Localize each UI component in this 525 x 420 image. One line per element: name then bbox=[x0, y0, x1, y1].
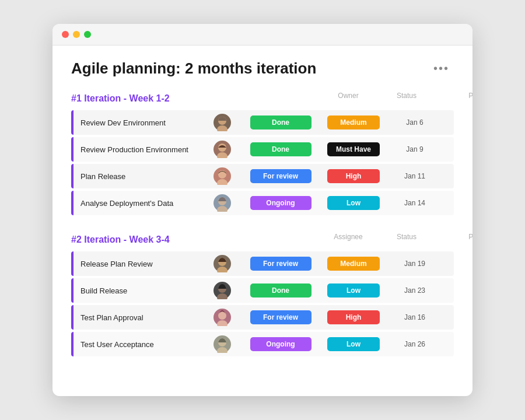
page-header: Agile planning: 2 months iteration ••• bbox=[71, 60, 454, 78]
task-status[interactable]: For review bbox=[243, 169, 318, 183]
task-name: Plan Release bbox=[74, 172, 202, 181]
svg-point-9 bbox=[218, 170, 226, 178]
col-status-header: Status bbox=[369, 233, 444, 246]
page-title: Agile planning: 2 months iteration bbox=[71, 60, 316, 78]
task-priority[interactable]: Medium bbox=[318, 257, 388, 271]
avatar bbox=[202, 255, 243, 272]
task-row[interactable]: Review Production Environment DoneMust H… bbox=[71, 137, 454, 162]
task-status[interactable]: Ongoing bbox=[243, 196, 318, 210]
task-row[interactable]: Review Dev Environment DoneMediumJan 6 bbox=[71, 110, 454, 135]
task-deadline: Jan 11 bbox=[388, 172, 441, 180]
avatar bbox=[202, 114, 243, 131]
task-name: Review Production Environment bbox=[74, 145, 202, 154]
task-status[interactable]: Done bbox=[243, 116, 318, 130]
task-name: Release Plan Review bbox=[74, 260, 202, 268]
task-deadline: Jan 14 bbox=[388, 199, 441, 207]
task-name: Test Plan Approval bbox=[74, 313, 202, 322]
section-1: #1 Iteration - Week 1-2OwnerStatusPriori… bbox=[71, 90, 454, 215]
task-deadline: Jan 26 bbox=[388, 340, 441, 348]
col-priority-header: Priority bbox=[444, 233, 473, 246]
svg-point-21 bbox=[218, 312, 226, 320]
task-priority[interactable]: Low bbox=[318, 337, 388, 351]
col-status-header: Status bbox=[369, 92, 444, 104]
task-deadline: Jan 9 bbox=[388, 145, 441, 153]
avatar bbox=[202, 335, 243, 353]
task-deadline: Jan 19 bbox=[388, 260, 441, 268]
task-status[interactable]: Done bbox=[243, 284, 318, 298]
task-deadline: Jan 23 bbox=[388, 286, 441, 295]
more-options-button[interactable]: ••• bbox=[429, 61, 454, 76]
task-name: Review Dev Environment bbox=[74, 118, 202, 127]
task-priority[interactable]: Low bbox=[318, 284, 388, 298]
section-2: #2 Iteration - Week 3-4AssigneeStatusPri… bbox=[71, 232, 454, 356]
avatar bbox=[202, 309, 243, 326]
task-name: Build Release bbox=[74, 286, 202, 295]
task-priority[interactable]: Medium bbox=[318, 116, 388, 130]
col-headers-1: OwnerStatusPriorityDeadline+ bbox=[200, 90, 473, 107]
avatar bbox=[202, 167, 243, 185]
avatar bbox=[202, 282, 243, 299]
app-window: Agile planning: 2 months iteration ••• #… bbox=[52, 24, 473, 396]
task-priority[interactable]: Low bbox=[318, 196, 388, 210]
minimize-button[interactable] bbox=[73, 31, 80, 38]
col-owner-header: Owner bbox=[328, 92, 369, 104]
col-name-header bbox=[200, 233, 328, 246]
col-name-header bbox=[200, 92, 328, 104]
main-content: Agile planning: 2 months iteration ••• #… bbox=[52, 46, 473, 379]
close-button[interactable] bbox=[62, 31, 69, 38]
col-priority-header: Priority bbox=[444, 92, 473, 104]
maximize-button[interactable] bbox=[84, 31, 91, 38]
task-row[interactable]: Test User Acceptance OngoingLowJan 26 bbox=[71, 332, 454, 356]
task-status[interactable]: Done bbox=[243, 142, 318, 156]
col-owner-header: Assignee bbox=[328, 233, 369, 246]
task-priority[interactable]: High bbox=[318, 169, 388, 183]
task-status[interactable]: For review bbox=[243, 310, 318, 324]
section-title-2: #2 Iteration - Week 3-4 bbox=[71, 235, 200, 245]
task-priority[interactable]: High bbox=[318, 310, 388, 324]
task-row[interactable]: Release Plan Review For reviewMediumJan … bbox=[71, 251, 454, 276]
task-status[interactable]: For review bbox=[243, 257, 318, 271]
task-name: Test User Acceptance bbox=[74, 340, 202, 349]
task-status[interactable]: Ongoing bbox=[243, 337, 318, 351]
col-headers-2: AssigneeStatusPriorityEstimation+ bbox=[200, 232, 473, 248]
task-row[interactable]: Build Release DoneLowJan 23 bbox=[71, 278, 454, 303]
task-row[interactable]: Test Plan Approval For reviewHighJan 16 bbox=[71, 305, 454, 330]
task-name: Analyse Deployment's Data bbox=[74, 199, 202, 208]
task-row[interactable]: Analyse Deployment's Data OngoingLowJan … bbox=[71, 191, 454, 215]
section-title-1: #1 Iteration - Week 1-2 bbox=[71, 93, 200, 104]
task-priority[interactable]: Must Have bbox=[318, 142, 388, 156]
task-deadline: Jan 16 bbox=[388, 313, 441, 321]
avatar bbox=[202, 194, 243, 212]
titlebar bbox=[52, 24, 473, 46]
task-row[interactable]: Plan Release For reviewHighJan 11 bbox=[71, 164, 454, 188]
task-deadline: Jan 6 bbox=[388, 118, 441, 127]
avatar bbox=[202, 141, 243, 158]
sections-container: #1 Iteration - Week 1-2OwnerStatusPriori… bbox=[71, 90, 454, 356]
